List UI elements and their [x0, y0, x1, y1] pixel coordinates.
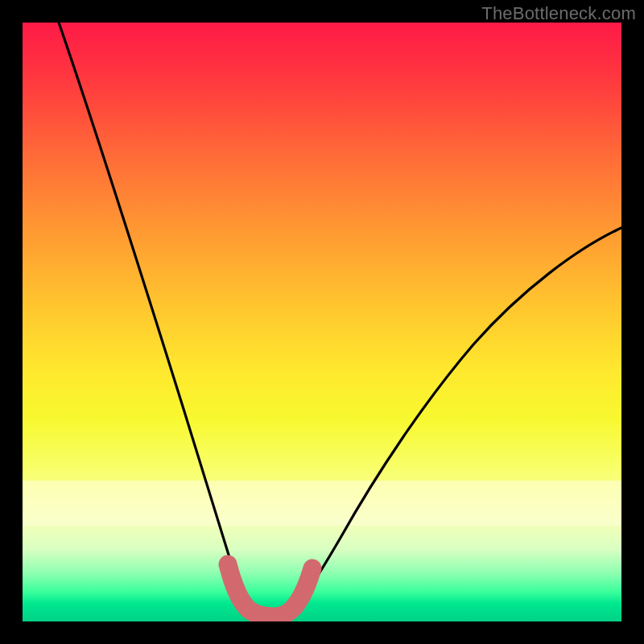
- watermark-text: TheBottleneck.com: [481, 3, 636, 24]
- curve-right-limb: [287, 228, 621, 614]
- optimal-range-marker: [228, 564, 312, 617]
- curve-left-limb: [59, 23, 254, 614]
- plot-area: [23, 23, 621, 621]
- chart-frame: TheBottleneck.com: [0, 0, 644, 644]
- curve-overlay: [23, 23, 621, 621]
